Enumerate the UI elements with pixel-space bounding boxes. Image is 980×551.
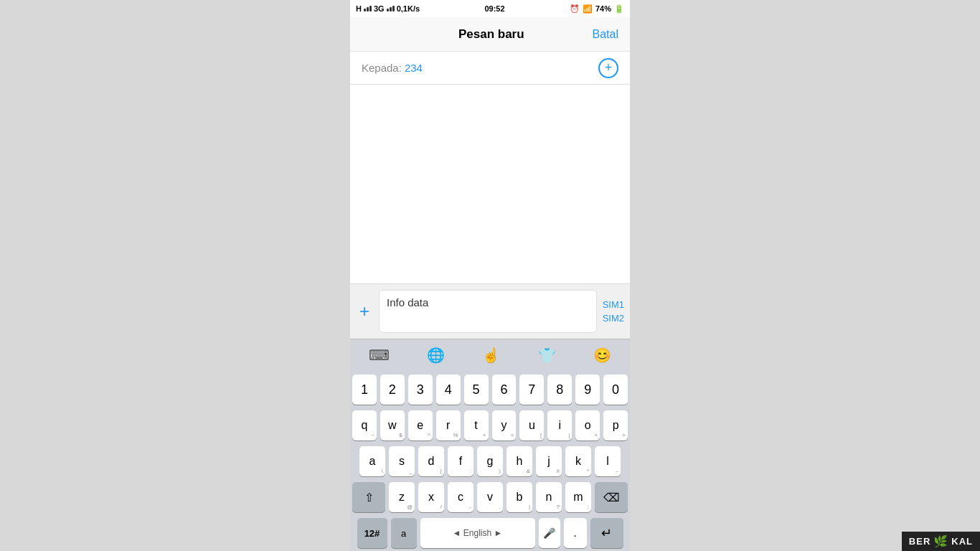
- cancel-button[interactable]: Batal: [593, 28, 618, 41]
- shirt-icon[interactable]: 👕: [529, 342, 565, 368]
- key-2[interactable]: 2: [380, 375, 405, 405]
- recipient-value[interactable]: 234: [405, 62, 598, 74]
- watermark: BER 🌿 KAL: [902, 532, 980, 551]
- key-5[interactable]: 5: [464, 375, 489, 405]
- key-6[interactable]: 6: [492, 375, 517, 405]
- key-7[interactable]: 7: [519, 375, 544, 405]
- key-s[interactable]: s_: [389, 446, 415, 476]
- shift-key[interactable]: ⇧: [352, 482, 385, 512]
- key-x[interactable]: x/: [418, 482, 444, 512]
- key-8[interactable]: 8: [547, 375, 572, 405]
- hand-icon[interactable]: ☝️: [473, 342, 509, 368]
- key-z[interactable]: z@: [389, 482, 415, 512]
- num-sym-key[interactable]: 12#: [357, 518, 387, 548]
- signal-bar2-3: [392, 6, 395, 11]
- watermark-leaf-icon: 🌿: [933, 534, 948, 548]
- key-4[interactable]: 4: [436, 375, 461, 405]
- space-key[interactable]: ◄ English ►: [420, 518, 535, 548]
- key-b[interactable]: b|: [507, 482, 532, 512]
- key-i[interactable]: i|: [547, 410, 572, 441]
- to-label: Kepada:: [362, 62, 402, 74]
- status-left: H 3G 0,1K/s: [356, 4, 420, 13]
- key-n[interactable]: n?: [536, 482, 562, 512]
- nav-title: Pesan baru: [458, 27, 524, 42]
- sim-buttons: SIM1 SIM2: [597, 299, 630, 324]
- key-k[interactable]: k*: [565, 446, 591, 476]
- sim2-button[interactable]: SIM2: [603, 313, 624, 324]
- signal-bars: [364, 6, 372, 11]
- mic-icon[interactable]: 🎤: [539, 518, 560, 548]
- key-o[interactable]: o<: [575, 410, 600, 441]
- key-r[interactable]: r%: [436, 410, 461, 441]
- network-speed: 0,1K/s: [397, 4, 420, 13]
- key-a[interactable]: a\: [359, 446, 385, 476]
- signal-bar-2: [367, 7, 369, 11]
- key-v[interactable]: v.: [477, 482, 503, 512]
- period-key[interactable]: .: [564, 518, 587, 548]
- key-u[interactable]: u[: [519, 410, 544, 441]
- key-y[interactable]: y=: [492, 410, 517, 441]
- bottom-row: 12# a, ◄ English ► 🎤 . ↵: [352, 518, 628, 548]
- key-e[interactable]: e^: [408, 410, 433, 441]
- key-0[interactable]: 0: [603, 375, 628, 405]
- signal-bar-3: [369, 6, 372, 11]
- battery-icon: 🔋: [614, 4, 624, 14]
- alarm-icon: ⏰: [570, 4, 580, 14]
- compose-area: + Info data SIM1 SIM2: [350, 283, 630, 339]
- key-j[interactable]: j#: [536, 446, 562, 476]
- signal-bars-2: [387, 6, 395, 11]
- signal-bar-1: [364, 9, 366, 11]
- message-input[interactable]: Info data: [379, 290, 597, 333]
- keyboard: 1 2 3 4 5 6 7 8 9 0 q~ w$ e^ r% t+ y= u[…: [350, 370, 630, 551]
- message-body: [350, 85, 630, 283]
- status-bar: H 3G 0,1K/s 09:52 ⏰ 📶 74% 🔋: [350, 0, 630, 17]
- return-key[interactable]: ↵: [590, 518, 623, 548]
- wifi-icon: 📶: [583, 4, 593, 14]
- network-type: 3G: [374, 4, 385, 13]
- key-q[interactable]: q~: [352, 410, 377, 441]
- zxcv-row: ⇧ z@ x/ c- v. b| n? m; ⌫: [352, 482, 628, 512]
- key-1[interactable]: 1: [352, 375, 377, 405]
- sim1-button[interactable]: SIM1: [603, 299, 624, 310]
- qwerty-row: q~ w$ e^ r% t+ y= u[ i| o< p>: [352, 410, 628, 441]
- key-c[interactable]: c-: [448, 482, 473, 512]
- key-f[interactable]: f:: [448, 446, 473, 476]
- key-a-comma[interactable]: a,: [391, 518, 417, 548]
- nav-bar: Pesan baru Batal: [350, 17, 630, 52]
- globe-icon[interactable]: 🌐: [418, 342, 453, 368]
- key-p[interactable]: p>: [603, 410, 628, 441]
- backspace-key[interactable]: ⌫: [595, 482, 628, 512]
- key-w[interactable]: w$: [380, 410, 405, 441]
- key-d[interactable]: d(: [418, 446, 444, 476]
- watermark-text1: BER: [909, 536, 930, 547]
- time-display: 09:52: [484, 4, 504, 13]
- clip-icon[interactable]: ⌨: [360, 342, 398, 368]
- battery-text: 74%: [595, 4, 611, 13]
- keyboard-toolbar: ⌨ 🌐 ☝️ 👕 😊: [350, 339, 630, 370]
- key-h[interactable]: h&: [507, 446, 532, 476]
- signal-bar2-2: [390, 7, 392, 11]
- key-m[interactable]: m;: [565, 482, 591, 512]
- compose-add-button[interactable]: +: [350, 297, 379, 326]
- add-recipient-button[interactable]: +: [598, 58, 618, 78]
- key-t[interactable]: t+: [464, 410, 489, 441]
- to-field: Kepada: 234 +: [350, 52, 630, 85]
- phone-screen: H 3G 0,1K/s 09:52 ⏰ 📶 74% 🔋 Pesan baru: [350, 0, 630, 551]
- asdf-row: a\ s_ d( f: g) h& j# k* l-: [352, 446, 628, 476]
- carrier-text: H: [356, 4, 362, 13]
- key-3[interactable]: 3: [408, 375, 433, 405]
- smiley-icon[interactable]: 😊: [585, 342, 620, 368]
- number-row: 1 2 3 4 5 6 7 8 9 0: [352, 375, 628, 405]
- key-l[interactable]: l-: [595, 446, 621, 476]
- key-g[interactable]: g): [477, 446, 503, 476]
- key-9[interactable]: 9: [575, 375, 600, 405]
- status-right: ⏰ 📶 74% 🔋: [570, 4, 624, 14]
- signal-bar2-1: [387, 9, 389, 11]
- watermark-text2: KAL: [951, 536, 973, 547]
